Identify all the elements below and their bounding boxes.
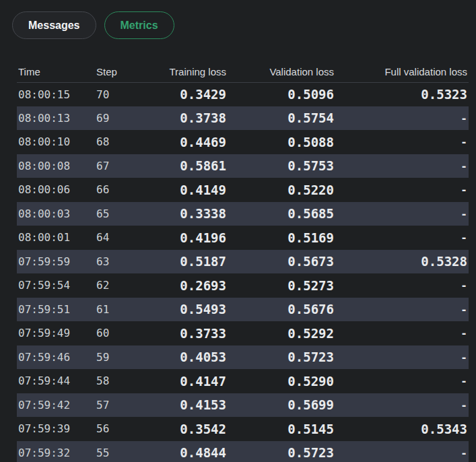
cell-full-validation-loss: - [337, 178, 469, 202]
cell-validation-loss: 0.5220 [230, 178, 337, 202]
cell-full-validation-loss: - [337, 321, 469, 345]
cell-validation-loss: 0.5754 [230, 106, 337, 131]
cell-validation-loss: 0.5088 [230, 130, 337, 154]
table-row: 07:59:54620.26930.5273- [17, 273, 469, 298]
cell-time: 08:00:03 [17, 202, 96, 226]
cell-step: 69 [96, 106, 161, 131]
tab-bar: Messages Metrics [0, 0, 476, 39]
cell-time: 07:59:46 [17, 345, 96, 370]
cell-training-loss: 0.3542 [161, 417, 230, 441]
column-header-step: Step [96, 61, 161, 82]
cell-step: 63 [96, 250, 161, 274]
table-row: 07:59:39560.35420.51450.5343 [17, 417, 469, 441]
cell-step: 58 [96, 369, 161, 393]
cell-validation-loss: 0.5723 [230, 345, 337, 370]
cell-training-loss: 0.4153 [161, 393, 230, 418]
cell-time: 07:59:44 [17, 369, 96, 393]
cell-full-validation-loss: 0.5323 [337, 82, 469, 106]
cell-training-loss: 0.5493 [161, 298, 230, 322]
cell-training-loss: 0.3338 [161, 202, 230, 226]
cell-full-validation-loss: - [337, 202, 469, 226]
table-row: 08:00:10680.44690.5088- [17, 130, 469, 154]
cell-training-loss: 0.3733 [161, 321, 230, 345]
cell-validation-loss: 0.5292 [230, 321, 337, 345]
cell-step: 68 [96, 130, 161, 154]
cell-step: 55 [96, 441, 161, 462]
cell-full-validation-loss: - [337, 130, 469, 154]
column-header-full-validation-loss: Full validation loss [337, 61, 469, 82]
table-row: 08:00:06660.41490.5220- [17, 178, 469, 202]
cell-time: 08:00:10 [17, 130, 96, 154]
cell-step: 66 [96, 178, 161, 202]
table-row: 07:59:49600.37330.5292- [17, 321, 469, 345]
cell-step: 67 [96, 154, 161, 178]
cell-validation-loss: 0.5290 [230, 369, 337, 393]
cell-validation-loss: 0.5145 [230, 417, 337, 441]
cell-time: 07:59:49 [17, 321, 96, 345]
column-header-time: Time [17, 61, 96, 82]
cell-validation-loss: 0.5673 [230, 250, 337, 274]
cell-full-validation-loss: - [337, 273, 469, 298]
cell-step: 65 [96, 202, 161, 226]
metrics-table-header: Time Step Training loss Validation loss … [17, 61, 469, 82]
cell-time: 08:00:06 [17, 178, 96, 202]
table-row: 07:59:46590.40530.5723- [17, 345, 469, 370]
cell-full-validation-loss: - [337, 393, 469, 418]
cell-step: 62 [96, 273, 161, 298]
cell-validation-loss: 0.5685 [230, 202, 337, 226]
table-row: 08:00:03650.33380.5685- [17, 202, 469, 226]
table-row: 08:00:08670.58610.5753- [17, 154, 469, 178]
cell-time: 07:59:42 [17, 393, 96, 418]
metrics-table-body: 08:00:15700.34290.50960.532308:00:13690.… [17, 82, 469, 462]
table-row: 08:00:01640.41960.5169- [17, 226, 469, 250]
cell-step: 70 [96, 82, 161, 106]
cell-full-validation-loss: - [337, 345, 469, 370]
cell-full-validation-loss: - [337, 106, 469, 131]
table-row: 07:59:42570.41530.5699- [17, 393, 469, 418]
cell-full-validation-loss: - [337, 154, 469, 178]
cell-training-loss: 0.5861 [161, 154, 230, 178]
cell-time: 07:59:39 [17, 417, 96, 441]
cell-step: 61 [96, 298, 161, 322]
cell-training-loss: 0.2693 [161, 273, 230, 298]
cell-training-loss: 0.3429 [161, 82, 230, 106]
tab-messages[interactable]: Messages [12, 11, 96, 39]
cell-full-validation-loss: - [337, 369, 469, 393]
cell-validation-loss: 0.5753 [230, 154, 337, 178]
cell-validation-loss: 0.5676 [230, 298, 337, 322]
table-row: 07:59:51610.54930.5676- [17, 298, 469, 322]
cell-training-loss: 0.4469 [161, 130, 230, 154]
cell-time: 07:59:51 [17, 298, 96, 322]
cell-step: 60 [96, 321, 161, 345]
metrics-table: Time Step Training loss Validation loss … [17, 61, 469, 462]
table-row: 08:00:13690.37380.5754- [17, 106, 469, 131]
cell-step: 57 [96, 393, 161, 418]
cell-time: 08:00:13 [17, 106, 96, 131]
cell-step: 56 [96, 417, 161, 441]
column-header-training-loss: Training loss [161, 61, 230, 82]
table-row: 07:59:44580.41470.5290- [17, 369, 469, 393]
cell-step: 59 [96, 345, 161, 370]
cell-time: 08:00:01 [17, 226, 96, 250]
cell-training-loss: 0.3738 [161, 106, 230, 131]
cell-full-validation-loss: - [337, 298, 469, 322]
table-row: 08:00:15700.34290.50960.5323 [17, 82, 469, 106]
cell-training-loss: 0.4147 [161, 369, 230, 393]
cell-validation-loss: 0.5699 [230, 393, 337, 418]
column-header-validation-loss: Validation loss [230, 61, 337, 82]
cell-full-validation-loss: 0.5328 [337, 250, 469, 274]
cell-validation-loss: 0.5723 [230, 441, 337, 462]
cell-step: 64 [96, 226, 161, 250]
cell-validation-loss: 0.5096 [230, 82, 337, 106]
cell-time: 07:59:59 [17, 250, 96, 274]
cell-time: 08:00:15 [17, 82, 96, 106]
tab-metrics[interactable]: Metrics [104, 11, 174, 39]
table-row: 07:59:59630.51870.56730.5328 [17, 250, 469, 274]
cell-full-validation-loss: - [337, 441, 469, 462]
cell-time: 08:00:08 [17, 154, 96, 178]
cell-time: 07:59:54 [17, 273, 96, 298]
cell-training-loss: 0.4196 [161, 226, 230, 250]
cell-training-loss: 0.4149 [161, 178, 230, 202]
cell-validation-loss: 0.5169 [230, 226, 337, 250]
cell-training-loss: 0.4844 [161, 441, 230, 462]
